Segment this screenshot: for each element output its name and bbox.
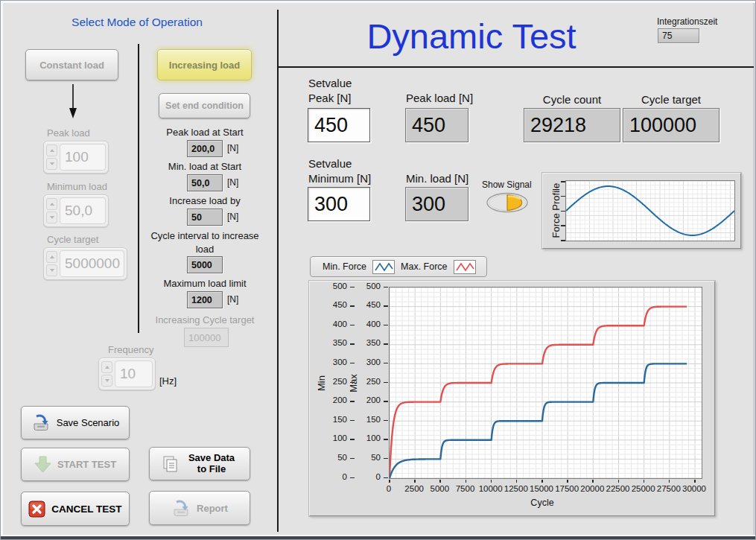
cancel-icon [28, 501, 45, 518]
main-graph-panel: Min Max 50050045045040040035035030030025… [309, 281, 715, 516]
minimum-load-label: Minimum load [47, 181, 107, 192]
save-data-label: Save Data to File [185, 453, 238, 475]
save-data-button[interactable]: Save Data to File [149, 447, 250, 480]
spinner-arrows [46, 144, 57, 170]
cycle-count-label: Cycle count [524, 93, 620, 106]
cycle-count-readout: 29218 [524, 108, 620, 142]
integrationszeit-value: 75 [658, 28, 699, 43]
unit-label: [N] [227, 143, 238, 153]
increase-load-by-value: 50 [187, 209, 223, 226]
peak-load-value[interactable]: 100 [60, 144, 106, 171]
save-icon [31, 414, 51, 431]
cycle-interval-value: 5000 [187, 256, 223, 273]
minimum-load-value[interactable]: 50,0 [60, 197, 106, 224]
integrationszeit-label: Integrationszeit [657, 16, 717, 27]
x-axis-title: Cycle [512, 498, 572, 508]
param-label: Cycle interval to increase load [146, 229, 264, 255]
cycle-target-spinner[interactable]: 5000000 [43, 247, 127, 280]
page-title: Dynamic Test [323, 16, 620, 57]
increasing-load-button[interactable]: Increasing load [157, 49, 252, 80]
set-end-condition-button[interactable]: Set end condition [159, 93, 250, 118]
legend-max-force-label: Max. Force [401, 261, 448, 272]
report-save-icon [171, 500, 191, 517]
increment-button[interactable] [101, 361, 112, 373]
start-arrow-icon [34, 456, 51, 473]
graph-legend[interactable]: Min. Force Max. Force [310, 256, 487, 277]
legend-max-force-sample [454, 260, 476, 274]
increment-button[interactable] [46, 144, 57, 156]
increasing-load-label: Increasing load [169, 60, 240, 71]
maximum-load-limit-value: 1200 [187, 291, 223, 308]
peak-load-label: Peak load [47, 127, 90, 139]
report-label: Report [197, 503, 228, 514]
report-button[interactable]: Report [149, 491, 250, 525]
cycle-target-label: Cycle target [47, 234, 98, 245]
main-divider [277, 10, 279, 532]
force-profile-panel: Force Profile [542, 173, 741, 249]
force-profile-axis-label: Force Profile [550, 186, 562, 238]
peak-load-spinner[interactable]: 100 [43, 141, 109, 174]
show-signal-label: Show Signal [482, 180, 532, 190]
frequency-spinner[interactable]: 10 [98, 358, 156, 390]
frequency-label: Frequency [108, 344, 153, 355]
increasing-cycle-target-value: 100000 [184, 328, 229, 347]
constant-load-button[interactable]: Constant load [25, 49, 118, 80]
start-test-label: START TEST [57, 459, 116, 470]
cycle-target-readout: 100000 [623, 108, 720, 142]
save-scenario-label: Save Scenario [57, 417, 120, 428]
spinner-arrows [46, 198, 57, 223]
setvalue-peak-label-2: Peak [N] [308, 92, 352, 104]
start-test-button[interactable]: START TEST [21, 448, 130, 481]
increment-button[interactable] [46, 198, 57, 210]
mode-heading: Select Mode of Operation [14, 16, 260, 29]
column-divider [138, 44, 139, 333]
setvalue-peak-input[interactable]: 450 [308, 108, 370, 142]
set-end-condition-label: Set end condition [165, 101, 244, 111]
cycle-target-value[interactable]: 5000000 [60, 250, 124, 277]
document-copy-icon [161, 455, 179, 473]
decrement-button[interactable] [46, 264, 57, 276]
frequency-value[interactable]: 10 [115, 360, 153, 387]
setvalue-min-input[interactable]: 300 [308, 187, 370, 221]
min-load-at-start-value: 50,0 [187, 174, 223, 191]
unit-label: [N] [227, 212, 238, 222]
down-arrow-icon [68, 84, 78, 118]
force-profile-plot [565, 180, 735, 241]
peak-load-readout: 450 [405, 108, 468, 142]
show-signal-toggle[interactable] [486, 191, 529, 217]
increment-button[interactable] [46, 251, 57, 263]
decrement-button[interactable] [46, 158, 57, 170]
min-load-readout-label: Min. load [N] [406, 172, 468, 185]
cancel-test-label: CANCEL TEST [51, 504, 121, 515]
cancel-test-button[interactable]: CANCEL TEST [21, 492, 130, 526]
param-label: Min. load at Start [146, 161, 264, 172]
spinner-arrows [46, 251, 57, 276]
cycle-target-readout-label: Cycle target [623, 93, 720, 106]
spinner-arrows [101, 361, 112, 387]
save-scenario-button[interactable]: Save Scenario [21, 406, 130, 439]
setvalue-min-label-1: Setvalue [308, 157, 352, 170]
param-label: Peak load at Start [146, 127, 264, 138]
legend-min-force-sample [372, 260, 395, 274]
peak-load-readout-label: Peak load [N] [406, 92, 473, 104]
main-plot-area [389, 287, 702, 479]
peak-load-at-start-value: 200,0 [187, 140, 223, 157]
setvalue-peak-label-1: Setvalue [308, 77, 352, 89]
legend-min-force-label: Min. Force [323, 261, 366, 272]
increasing-cycle-target-label: Increasing Cycle target [142, 314, 267, 325]
title-underline [279, 66, 754, 68]
decrement-button[interactable] [46, 212, 57, 223]
param-label: Maximum load limit [146, 278, 264, 289]
unit-label: [N] [227, 294, 238, 305]
unit-label: [N] [227, 177, 238, 188]
window-bottom-edge [1, 536, 755, 539]
app-window: Select Mode of Operation Constant load P… [0, 0, 756, 540]
minimum-load-spinner[interactable]: 50,0 [43, 194, 109, 227]
decrement-button[interactable] [101, 375, 112, 387]
setvalue-min-label-2: Minimum [N] [308, 172, 371, 185]
constant-load-label: Constant load [39, 60, 104, 71]
param-label: Increase load by [146, 195, 264, 206]
frequency-unit: [Hz] [159, 375, 177, 387]
min-load-readout: 300 [405, 187, 468, 221]
